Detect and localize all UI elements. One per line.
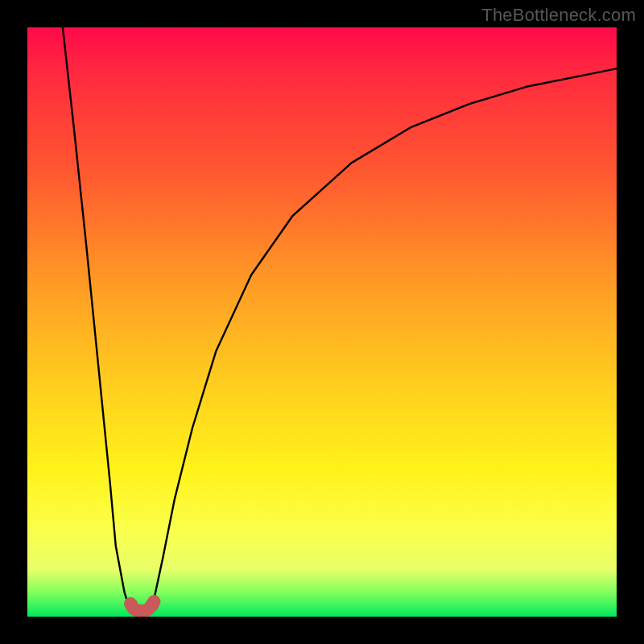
watermark-text: TheBottleneck.com [481,5,636,26]
chart-svg [27,27,617,617]
valley-marker-left [126,598,138,611]
valley-marker-right [147,598,159,611]
bottleneck-curve [63,27,617,611]
chart-plot-area [27,27,617,617]
valley-u-stroke [130,601,154,611]
valley-markers [126,598,159,611]
valley-highlight [130,601,154,611]
chart-frame: TheBottleneck.com [0,0,644,644]
curve-group [63,27,617,611]
